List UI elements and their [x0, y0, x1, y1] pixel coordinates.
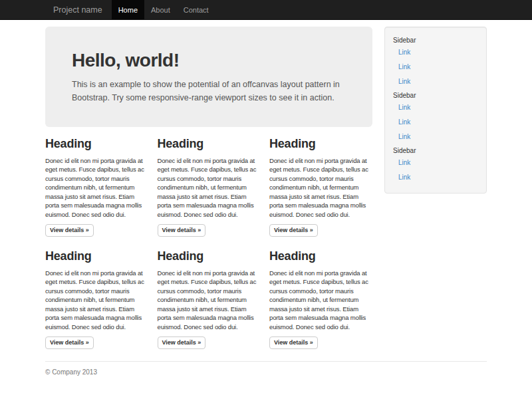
sidebar-link[interactable]: Link: [385, 100, 486, 115]
content-column: Hello, world! This is an example to show…: [45, 27, 372, 352]
content-card: Heading Donec id elit non mi porta gravi…: [45, 127, 148, 239]
card-heading: Heading: [158, 249, 261, 263]
content-card: Heading Donec id elit non mi porta gravi…: [45, 239, 148, 352]
view-details-button[interactable]: View details »: [45, 224, 94, 237]
sidebar-nav-panel: Sidebar Link Link Link Sidebar Link Link…: [384, 27, 487, 194]
navbar-menu: Home About Contact: [112, 0, 215, 20]
card-heading: Heading: [45, 249, 148, 263]
content-card: Heading Donec id elit non mi porta gravi…: [269, 239, 372, 352]
sidebar-column: Sidebar Link Link Link Sidebar Link Link…: [384, 27, 487, 352]
sidebar-group-header: Sidebar: [385, 144, 486, 156]
navbar: Project name Home About Contact: [0, 0, 532, 20]
jumbotron-description: This is an example to show the potential…: [72, 78, 341, 104]
navbar-brand[interactable]: Project name: [45, 0, 110, 20]
sidebar-link[interactable]: Link: [385, 170, 486, 185]
content-card: Heading Donec id elit non mi porta gravi…: [158, 127, 261, 239]
jumbotron: Hello, world! This is an example to show…: [45, 27, 372, 127]
view-details-button[interactable]: View details »: [158, 224, 206, 237]
card-heading: Heading: [269, 249, 372, 263]
sidebar-link[interactable]: Link: [385, 115, 486, 130]
card-heading: Heading: [45, 137, 148, 151]
nav-item-home: Home: [112, 0, 144, 20]
page-footer: © Company 2013: [45, 361, 487, 396]
sidebar-group-header: Sidebar: [385, 89, 486, 100]
sidebar-link[interactable]: Link: [385, 156, 486, 170]
sidebar-link[interactable]: Link: [385, 74, 486, 89]
card-heading: Heading: [158, 137, 261, 151]
nav-item-about: About: [144, 0, 177, 20]
card-heading: Heading: [269, 137, 372, 151]
sidebar-link[interactable]: Link: [385, 60, 486, 74]
view-details-button[interactable]: View details »: [269, 336, 318, 349]
sidebar-group-header: Sidebar: [385, 34, 486, 45]
cards-grid: Heading Donec id elit non mi porta gravi…: [45, 127, 372, 352]
card-body-text: Donec id elit non mi porta gravida at eg…: [158, 269, 261, 332]
view-details-button[interactable]: View details »: [45, 336, 94, 349]
nav-link-about[interactable]: About: [144, 0, 177, 20]
sidebar-link[interactable]: Link: [385, 45, 486, 60]
nav-link-contact[interactable]: Contact: [177, 0, 215, 20]
view-details-button[interactable]: View details »: [269, 224, 318, 237]
content-card: Heading Donec id elit non mi porta gravi…: [158, 239, 261, 352]
card-body-text: Donec id elit non mi porta gravida at eg…: [269, 156, 372, 219]
content-card: Heading Donec id elit non mi porta gravi…: [269, 127, 372, 239]
card-body-text: Donec id elit non mi porta gravida at eg…: [45, 269, 148, 332]
nav-item-contact: Contact: [177, 0, 215, 20]
card-body-text: Donec id elit non mi porta gravida at eg…: [45, 156, 148, 219]
sidebar-link[interactable]: Link: [385, 130, 486, 144]
copyright-text: © Company 2013: [45, 368, 487, 376]
page-title: Hello, world!: [72, 51, 346, 70]
card-body-text: Donec id elit non mi porta gravida at eg…: [158, 156, 261, 219]
card-body-text: Donec id elit non mi porta gravida at eg…: [269, 269, 372, 332]
view-details-button[interactable]: View details »: [158, 336, 206, 349]
page-container: Hello, world! This is an example to show…: [45, 20, 487, 396]
nav-link-home[interactable]: Home: [112, 0, 144, 20]
